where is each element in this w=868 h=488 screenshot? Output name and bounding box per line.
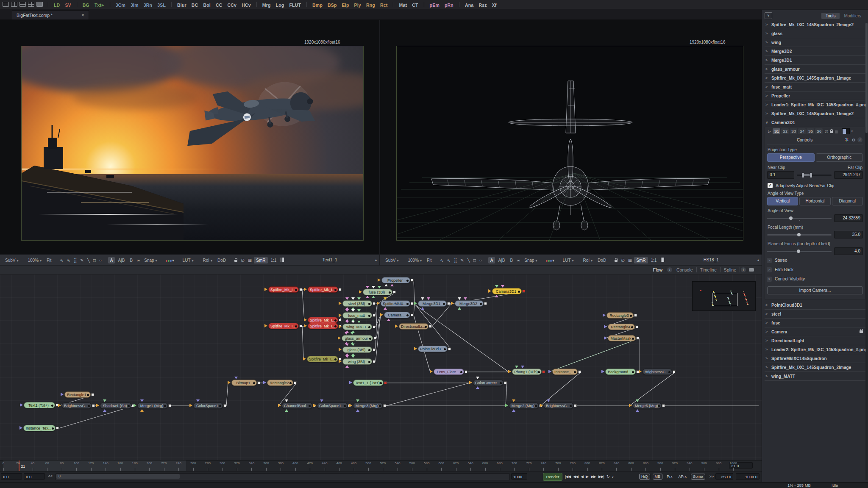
chevron-right-icon[interactable]: > (765, 40, 771, 44)
node-output-pin[interactable] (574, 404, 577, 407)
chevron-right-icon[interactable]: > (765, 330, 771, 334)
tool-row[interactable]: >Merge3D1 (765, 56, 865, 65)
node-bitmap1[interactable]: Bitmap1 (231, 380, 257, 386)
dod-button[interactable]: DoD (595, 257, 608, 263)
flow-node[interactable]: BrightnessC... (58, 402, 97, 409)
node-input-pin[interactable] (430, 370, 433, 373)
tool-bg[interactable]: BG (83, 3, 89, 8)
buffer-s5[interactable]: S5 (807, 128, 814, 134)
near-clip-field[interactable]: 0.1 (767, 171, 794, 179)
chevron-right-icon[interactable]: > (767, 258, 772, 263)
tool-row[interactable]: >fuse (765, 319, 865, 327)
node-input-pin[interactable] (338, 336, 341, 340)
viewport-right-node-label[interactable]: HS18_1 (666, 258, 756, 262)
tool-row[interactable]: >Spitfire_Mk_IXC_145Squadron_2Image2 (765, 20, 865, 29)
gear-icon[interactable]: ⚙ (852, 138, 856, 142)
composition-tab[interactable]: BigFatText.comp * × (12, 10, 89, 19)
node-input-pin[interactable] (604, 336, 607, 340)
flow-node[interactable]: ColorSpace1 (189, 402, 228, 409)
node-output-pin[interactable] (294, 381, 297, 384)
chevron-right-icon[interactable]: > (765, 58, 771, 62)
node-output-pin[interactable] (448, 347, 451, 350)
tool-row[interactable]: >Camera (765, 327, 865, 336)
layout-single-icon[interactable] (3, 2, 9, 7)
section-stereo[interactable]: >Stereo (767, 256, 863, 264)
tool-rng[interactable]: Rng (366, 3, 375, 8)
tool-elp[interactable]: Elp (342, 3, 349, 8)
tab-flow[interactable]: Flow (653, 267, 662, 272)
ellipse-tool-icon[interactable]: ○ (478, 257, 483, 263)
node-lens-flare-[interactable]: Lens_Flare... (434, 369, 464, 375)
fit-button[interactable]: Fit (45, 257, 53, 263)
node-input-pin[interactable] (414, 302, 417, 305)
node-output-pin[interactable] (411, 279, 414, 282)
node-spitfire-mk-i-[interactable]: Spitfire_Mk_I... (307, 356, 338, 362)
viewport-left[interactable]: 1920x1080xfloat16 (0, 19, 379, 254)
buffer-a-button[interactable]: A (488, 257, 495, 263)
buffer-ab-button[interactable]: A|B (116, 257, 127, 263)
node-fuse-3bl-[interactable]: fuse (3Bl) (363, 289, 392, 295)
section-control-visibility[interactable]: >Control Visibility (767, 275, 863, 283)
node-output-pin[interactable] (673, 370, 676, 373)
node-input-pin[interactable] (264, 288, 267, 291)
lut-dropdown[interactable]: LUT▾ (561, 257, 576, 263)
buffer-a-button[interactable]: A (108, 257, 115, 263)
node-input-pin[interactable] (339, 360, 342, 363)
tool-row-expanded[interactable]: ∨ Camera3D1 (765, 118, 865, 127)
tool-row[interactable]: >Loader1: Spitfire_Mk_IXC_145Squadron_#.… (765, 100, 865, 109)
node-input-pin[interactable] (548, 370, 551, 373)
flow-node[interactable]: Spitfire_Mk_I... (303, 356, 344, 362)
node-brightnessc-[interactable]: BrightnessC... (544, 402, 573, 409)
checkbox-checked-icon[interactable]: ✓ (768, 183, 773, 188)
zoom-dropdown[interactable]: 100%▾ (25, 257, 44, 263)
tool-cc[interactable]: CC (216, 3, 223, 8)
tool-row[interactable]: >DirectionalLight (765, 336, 865, 345)
flow-node[interactable]: Lens_Flare... (430, 369, 470, 375)
chevron-right-icon[interactable]: > (765, 85, 771, 89)
chevron-right-icon[interactable]: > (765, 49, 771, 53)
layout-grid-icon[interactable] (28, 2, 34, 7)
flow-node[interactable]: Merge3D1 (414, 300, 452, 307)
node-rectangle4[interactable]: Rectangle4 (608, 324, 635, 330)
flow-node[interactable]: BrightnessC... (540, 402, 579, 409)
tool-3cm[interactable]: 3Cm (116, 3, 125, 8)
comment-icon[interactable] (749, 268, 754, 272)
tab-spline[interactable]: Spline (724, 267, 736, 272)
zoom-dropdown[interactable]: 100%▾ (406, 257, 424, 263)
node-phong1-3ph-[interactable]: Phong1 (3Ph) (512, 369, 542, 375)
smr-button[interactable]: SmR (634, 257, 648, 263)
tool-mrg[interactable]: Mrg (262, 3, 271, 8)
flow-node[interactable]: ChannelBool... (278, 402, 318, 409)
node-output-pin[interactable] (662, 404, 665, 407)
info-icon[interactable]: i (741, 267, 746, 272)
flow-node[interactable]: fuse_matt (339, 312, 378, 319)
node-spitfire-mk-i-[interactable]: Spitfire_Mk_I... (268, 323, 299, 329)
buffer-s4[interactable]: S4 (798, 128, 806, 134)
tool-row[interactable]: >Propeller (765, 92, 865, 100)
spline-icon[interactable]: ∿ (439, 257, 445, 263)
buffer-b-button[interactable]: B (508, 257, 515, 263)
lock-icon[interactable] (830, 129, 833, 134)
tool-row[interactable]: >wing (765, 38, 865, 47)
tool-ld[interactable]: LD (54, 3, 60, 8)
tool-row[interactable]: >wing_MATT (765, 372, 865, 381)
flow-node[interactable]: Instance_... (548, 369, 583, 375)
checker-icon[interactable]: ▦ (247, 257, 253, 263)
flow-node[interactable]: ColorCorrect... (469, 380, 509, 386)
viewport-left-node-label[interactable]: Text1_1 (286, 258, 373, 262)
node-glass-3bl-[interactable]: glass (3Bl) (342, 347, 372, 353)
node-spitfiremkix-[interactable]: SpitfireMkIX... (381, 300, 410, 307)
node-spitfire-mk-i-[interactable]: Spitfire_Mk_I... (308, 323, 338, 329)
quality-mb[interactable]: MB (653, 474, 663, 480)
expand-up-icon[interactable]: ▴ (757, 258, 759, 262)
node-channelbool-[interactable]: ChannelBool... (282, 402, 312, 409)
flow-node[interactable]: Propeller (378, 277, 416, 283)
node-input-pin[interactable] (263, 381, 266, 384)
node-merge3d1[interactable]: Merge3D1 (418, 300, 447, 307)
node-output-pin[interactable] (383, 404, 386, 407)
tool-blur[interactable]: Blur (177, 3, 186, 8)
node-output-pin[interactable] (373, 314, 376, 317)
tool-row[interactable]: >Loader2: Spitfire_Mk_IXC_145Squadron_#.… (765, 345, 865, 354)
tool-row[interactable]: >fuse_matt (765, 83, 865, 92)
node-colorspace1-[interactable]: ColorSpace1... (317, 402, 348, 409)
